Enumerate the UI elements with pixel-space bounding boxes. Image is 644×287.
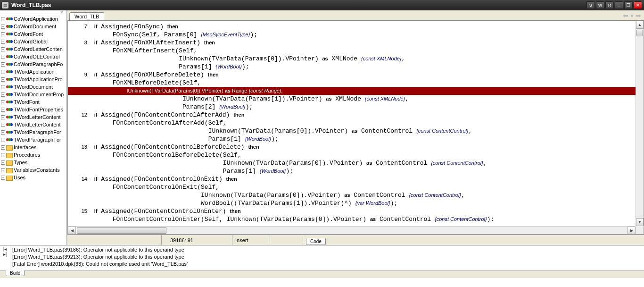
build-tab[interactable]: Build xyxy=(6,270,25,276)
expander-icon[interactable]: + xyxy=(1,77,5,82)
class-icon xyxy=(6,114,13,120)
tree-item[interactable]: +Variables/Constants xyxy=(0,166,66,174)
tree-item[interactable]: +TWordApplicationPro xyxy=(0,76,66,83)
expander-icon[interactable]: + xyxy=(1,145,5,150)
tree-item-label: CoWordOLEControl xyxy=(14,54,60,59)
tree-item[interactable]: +CoWordParagraphFo xyxy=(0,60,66,68)
message-line[interactable]: [Fatal Error] word2010.dpk(33): Could no… xyxy=(12,261,642,268)
tree-item-label: TWordLetterContent xyxy=(14,122,60,127)
main-area: ✕ +CoWordApplication+CoWordDocument+CoWo… xyxy=(0,10,644,245)
tree-item[interactable]: +TWordParagraphFor xyxy=(0,128,66,136)
tree-item-label: Types xyxy=(14,160,27,165)
tree-item[interactable]: +TWordLetterContent xyxy=(0,121,66,128)
tree-item-label: CoWordLetterConten xyxy=(14,46,63,52)
tree-item[interactable]: +TWordFont xyxy=(0,98,66,106)
tree-item[interactable]: +CoWordLetterConten xyxy=(0,45,66,53)
message-line[interactable]: [Error] Word_TLB.pas(39213): Operator no… xyxy=(12,253,642,261)
tree-item-label: TWordDocumentProp xyxy=(14,92,64,97)
code-area[interactable]: 7: if Assigned(FOnSync) then FOnSync(Sel… xyxy=(67,21,644,235)
expander-icon[interactable]: + xyxy=(1,47,5,51)
expander-icon[interactable]: + xyxy=(1,108,5,112)
window-title: Word_TLB.pas xyxy=(11,2,586,8)
expander-icon[interactable]: + xyxy=(1,160,5,165)
tree-item[interactable]: +Types xyxy=(0,159,66,166)
expander-icon[interactable]: + xyxy=(1,25,5,29)
tree-item[interactable]: +Uses xyxy=(0,174,66,181)
btn-s[interactable]: S xyxy=(586,1,595,9)
status-cell-1 xyxy=(67,235,162,245)
scroll-thumb[interactable] xyxy=(636,30,643,36)
expander-icon[interactable]: + xyxy=(1,17,5,21)
expander-icon[interactable]: + xyxy=(1,176,5,180)
editor-tab[interactable]: Word_TLB xyxy=(69,12,104,20)
window-buttons: S W R _ ❐ ✕ xyxy=(586,1,642,9)
tree-item-label: CoWordApplication xyxy=(14,16,58,22)
tree-item[interactable]: +CoWordGlobal xyxy=(0,38,66,45)
status-bar: 39186: 91 Insert Code xyxy=(67,235,644,245)
expander-icon[interactable]: + xyxy=(1,153,5,157)
expander-icon[interactable]: + xyxy=(1,32,5,36)
expander-icon[interactable]: + xyxy=(1,40,5,44)
tree-item-label: TWordParagraphFor xyxy=(14,137,61,143)
expander-icon[interactable]: + xyxy=(1,70,5,74)
class-icon xyxy=(6,76,13,83)
tree-item[interactable]: +CoWordDocument xyxy=(0,23,66,30)
close-button[interactable]: ✕ xyxy=(634,1,642,9)
btn-r[interactable]: R xyxy=(605,1,614,9)
tree-item[interactable]: +TWordDocument xyxy=(0,83,66,91)
vertical-scrollbar[interactable]: ▲ ▼ xyxy=(636,21,644,226)
scroll-up-icon[interactable]: ▲ xyxy=(636,21,644,29)
tree-item[interactable]: +Procedures xyxy=(0,151,66,159)
expander-icon[interactable]: + xyxy=(1,123,5,127)
panel-close-icon[interactable]: ✕ xyxy=(60,10,66,14)
expander-icon[interactable]: + xyxy=(1,93,5,97)
expander-icon[interactable]: + xyxy=(1,55,5,59)
tree-item[interactable]: +CoWordFont xyxy=(0,30,66,38)
code-content[interactable]: 7: if Assigned(FOnSync) then FOnSync(Sel… xyxy=(68,21,644,223)
maximize-button[interactable]: ❐ xyxy=(624,1,633,9)
scroll-left-icon[interactable]: ◀ xyxy=(68,227,76,234)
expander-icon[interactable]: + xyxy=(1,85,5,89)
expander-icon[interactable]: + xyxy=(1,138,5,142)
insert-mode: Insert xyxy=(232,235,270,245)
panel-header: ✕ xyxy=(0,10,66,14)
btn-w[interactable]: W xyxy=(596,1,604,9)
tree-item[interactable]: +TWordLetterContent xyxy=(0,113,66,121)
tree-item[interactable]: +CoWordOLEControl xyxy=(0,53,66,60)
expander-icon[interactable]: + xyxy=(1,62,5,67)
class-icon xyxy=(6,54,13,60)
nav-dropdown-icon[interactable]: ▾ xyxy=(630,12,634,19)
scroll-corner xyxy=(636,226,644,234)
scroll-right-icon[interactable]: ▶ xyxy=(627,227,636,234)
msg-last-icon[interactable]: ▸| xyxy=(0,252,10,257)
expander-icon[interactable]: + xyxy=(1,100,5,104)
expander-icon[interactable]: + xyxy=(1,168,5,172)
expander-icon[interactable]: + xyxy=(1,130,5,135)
tree-item-label: Uses xyxy=(14,175,25,180)
message-line[interactable]: [Error] Word_TLB.pas(39186): Operator no… xyxy=(12,246,642,253)
horizontal-scrollbar[interactable]: ◀ ▶ xyxy=(68,226,636,234)
minimize-button[interactable]: _ xyxy=(615,1,623,9)
scroll-down-icon[interactable]: ▼ xyxy=(636,218,644,226)
hscroll-thumb[interactable] xyxy=(77,227,166,234)
folder-icon xyxy=(6,152,13,158)
messages-list[interactable]: [Error] Word_TLB.pas(39186): Operator no… xyxy=(10,245,644,270)
tree-item[interactable]: +TWordApplication xyxy=(0,68,66,76)
status-cell-4 xyxy=(270,235,303,245)
msg-first-icon[interactable]: |◂ xyxy=(0,246,10,252)
tree-item[interactable]: +CoWordApplication xyxy=(0,15,66,23)
nav-forward-icon[interactable]: ➡ xyxy=(636,12,641,19)
nav-back-icon[interactable]: ⬅ xyxy=(623,12,628,19)
app-icon: ▤ xyxy=(2,2,8,8)
tree-body[interactable]: +CoWordApplication+CoWordDocument+CoWord… xyxy=(0,14,66,245)
view-tabs: Code xyxy=(303,235,326,245)
expander-icon[interactable]: + xyxy=(1,115,5,119)
class-icon xyxy=(6,129,13,135)
tree-item[interactable]: +TWordFontProperties xyxy=(0,106,66,113)
tree-item[interactable]: +TWordDocumentProp xyxy=(0,91,66,98)
tree-item-label: TWordDocument xyxy=(14,84,53,90)
class-icon xyxy=(6,24,13,30)
code-view-tab[interactable]: Code xyxy=(306,238,326,245)
tree-item[interactable]: +Interfaces xyxy=(0,144,66,151)
tree-item[interactable]: +TWordParagraphFor xyxy=(0,136,66,144)
